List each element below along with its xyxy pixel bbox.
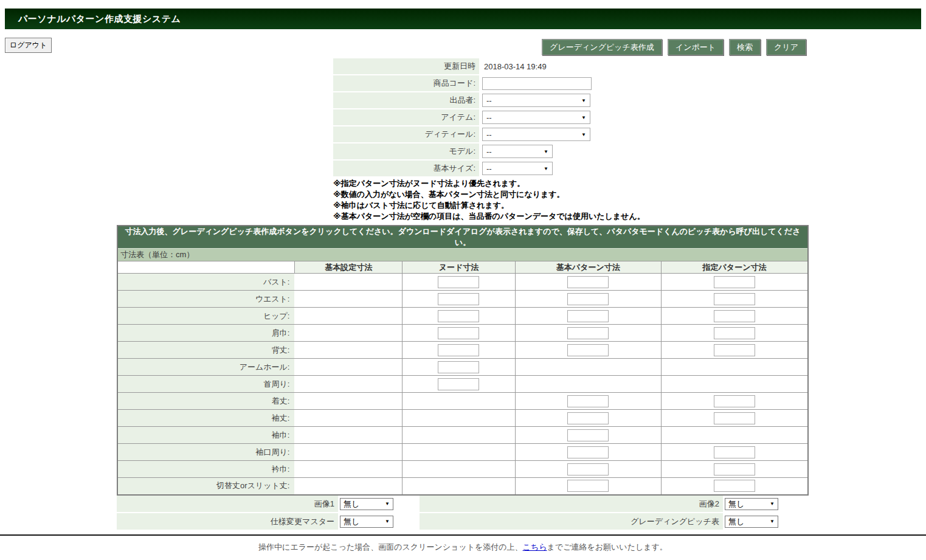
specified-pattern-size-input[interactable] — [714, 412, 755, 424]
nude-size-input[interactable] — [438, 378, 479, 390]
product-code-row: 商品コード: — [333, 75, 592, 91]
chevron-down-icon: ▼ — [581, 132, 586, 137]
footer-divider — [0, 534, 926, 536]
create-grading-pitch-button[interactable]: グレーディングピッチ表作成 — [542, 39, 662, 55]
nude-size-cell — [403, 342, 515, 359]
base-setting-cell — [294, 393, 402, 410]
seller-row: 出品者: --▼ — [333, 92, 592, 108]
grading-pitch-select-value: 無し — [728, 516, 744, 527]
image2-select-value: 無し — [728, 499, 744, 510]
seller-select[interactable]: --▼ — [482, 94, 590, 107]
base-pattern-size-input[interactable] — [567, 463, 609, 475]
base-pattern-size-input[interactable] — [567, 412, 609, 424]
size-table-row: 袖巾: — [117, 427, 808, 444]
spec-change-master-select[interactable]: 無し▼ — [340, 516, 393, 528]
toolbar: グレーディングピッチ表作成 インポート 検索 クリア — [542, 39, 806, 55]
model-select[interactable]: --▼ — [482, 145, 553, 158]
base-pattern-cell — [515, 325, 661, 342]
specified-pattern-size-input[interactable] — [714, 276, 755, 288]
base-size-select[interactable]: --▼ — [482, 162, 553, 175]
grading-pitch-select[interactable]: 無し▼ — [725, 516, 778, 528]
col-header-specified-pattern: 指定パターン寸法 — [662, 261, 809, 274]
clear-button[interactable]: クリア — [766, 39, 806, 55]
base-pattern-cell — [515, 342, 661, 359]
search-button[interactable]: 検索 — [729, 39, 761, 55]
base-pattern-cell — [515, 308, 661, 325]
attachment-row: 画像1 無し▼ 画像2 無し▼ — [117, 496, 809, 512]
base-pattern-size-input[interactable] — [567, 480, 609, 492]
base-pattern-cell — [515, 393, 661, 410]
footer-note: 操作中にエラーが起こった場合、画面のスクリーンショットを添付の上、こちらまでご連… — [0, 542, 926, 553]
footer-text-before: 操作中にエラーが起こった場合、画面のスクリーンショットを添付の上、 — [258, 542, 522, 551]
specified-pattern-cell — [662, 444, 809, 461]
page-title: パーソナルパターン作成支援システム — [18, 13, 181, 25]
base-pattern-size-input[interactable] — [567, 395, 609, 407]
base-pattern-size-input[interactable] — [567, 327, 609, 339]
specified-pattern-size-input[interactable] — [714, 446, 755, 458]
size-table-body: バスト:ウエスト:ヒップ:肩巾:背丈:アームホール:首周り:着丈:袖丈:袖巾:袖… — [117, 274, 808, 495]
base-pattern-size-input[interactable] — [567, 293, 609, 305]
notes: ※指定パターン寸法がヌード寸法より優先されます。 ※数値の入力がない場合、基本パ… — [333, 178, 645, 222]
size-table-row: 着丈: — [117, 393, 808, 410]
grading-pitch-label: グレーディングピッチ表 — [420, 513, 723, 530]
specified-pattern-size-input[interactable] — [714, 344, 755, 356]
image1-select-value: 無し — [344, 499, 359, 510]
size-row-label: 背丈: — [117, 342, 294, 359]
nude-size-cell — [403, 393, 515, 410]
nude-size-input[interactable] — [438, 344, 479, 356]
size-table-row: 衿巾: — [117, 461, 808, 478]
item-label: アイテム: — [333, 109, 479, 125]
specified-pattern-size-input[interactable] — [714, 480, 755, 492]
nude-size-input[interactable] — [438, 276, 479, 288]
model-row: モデル: --▼ — [333, 143, 592, 159]
specified-pattern-cell — [662, 359, 809, 376]
size-table-row: ヒップ: — [117, 308, 808, 325]
item-select[interactable]: --▼ — [482, 111, 590, 124]
size-row-label: ウエスト: — [117, 291, 294, 308]
nude-size-input[interactable] — [438, 293, 479, 305]
base-pattern-size-input[interactable] — [567, 310, 609, 322]
nude-size-input[interactable] — [438, 327, 479, 339]
import-button[interactable]: インポート — [668, 39, 724, 55]
specified-pattern-size-input[interactable] — [714, 395, 755, 407]
detail-label: ディティール: — [333, 126, 479, 142]
base-setting-cell — [294, 308, 402, 325]
base-pattern-size-input[interactable] — [567, 276, 609, 288]
base-pattern-cell — [515, 359, 661, 376]
col-header-nude: ヌード寸法 — [403, 261, 515, 274]
nude-size-input[interactable] — [438, 361, 479, 373]
specified-pattern-cell — [662, 376, 809, 393]
size-row-label: 袖口周り: — [117, 444, 294, 461]
app-header: パーソナルパターン作成支援システム — [5, 9, 921, 29]
size-table-row: 切替丈orスリット丈: — [117, 478, 808, 495]
size-row-label: 袖丈: — [117, 410, 294, 427]
specified-pattern-cell — [662, 393, 809, 410]
nude-size-input[interactable] — [438, 310, 479, 322]
base-pattern-size-input[interactable] — [567, 446, 609, 458]
base-setting-cell — [294, 342, 402, 359]
contact-link[interactable]: こちら — [523, 542, 547, 551]
image2-select[interactable]: 無し▼ — [725, 498, 778, 510]
size-row-label: 袖巾: — [117, 427, 294, 444]
base-size-row: 基本サイズ: --▼ — [333, 161, 592, 176]
base-pattern-cell — [515, 444, 661, 461]
logout-button[interactable]: ログアウト — [5, 38, 52, 53]
image1-select[interactable]: 無し▼ — [340, 498, 393, 510]
base-setting-cell — [294, 359, 402, 376]
base-pattern-size-input[interactable] — [567, 344, 609, 356]
size-row-label: バスト: — [117, 274, 294, 291]
base-pattern-size-input[interactable] — [567, 429, 609, 441]
specified-pattern-size-input[interactable] — [714, 327, 755, 339]
product-code-input[interactable] — [482, 77, 592, 90]
specified-pattern-size-input[interactable] — [714, 310, 755, 322]
attachment-row: 仕様変更マスター 無し▼ グレーディングピッチ表 無し▼ — [117, 513, 809, 530]
detail-select[interactable]: --▼ — [482, 128, 590, 141]
image2-label: 画像2 — [420, 496, 723, 512]
specified-pattern-size-input[interactable] — [714, 293, 755, 305]
note-line: ※基本パターン寸法が空欄の項目は、当品番のパターンデータでは使用いたしません。 — [333, 211, 645, 222]
nude-size-cell — [403, 308, 515, 325]
base-setting-cell — [294, 427, 402, 444]
specified-pattern-size-input[interactable] — [714, 463, 755, 475]
chevron-down-icon: ▼ — [581, 115, 586, 120]
chevron-down-icon: ▼ — [581, 98, 586, 103]
